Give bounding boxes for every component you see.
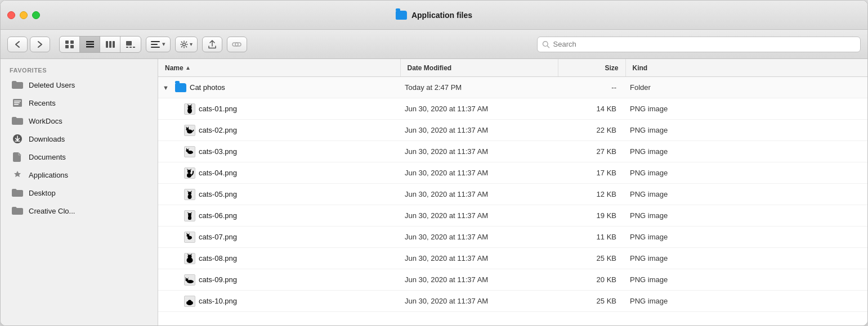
file-row-cats-10[interactable]: cats-10.png Jun 30, 2020 at 11:37 AM 25 … — [158, 291, 867, 312]
file-size: 25 KB — [556, 297, 623, 305]
list-view-button[interactable] — [80, 37, 100, 52]
titlebar-folder-icon — [396, 11, 407, 20]
sidebar-item-desktop[interactable]: Desktop — [3, 184, 155, 202]
file-row-cats-01[interactable]: cats-01.png Jun 30, 2020 at 11:37 AM 14 … — [158, 98, 867, 120]
file-row-cats-08[interactable]: cats-08.png Jun 30, 2020 at 11:37 AM 25 … — [158, 248, 867, 269]
action-dropdown-arrow: ▾ — [190, 41, 193, 47]
svg-marker-61 — [185, 277, 187, 279]
svg-marker-38 — [188, 148, 189, 150]
group-label: ▾ — [162, 40, 165, 48]
file-date: Jun 30, 2020 at 11:37 AM — [398, 254, 556, 262]
action-button[interactable]: ▾ — [175, 37, 198, 52]
back-button[interactable] — [7, 37, 28, 52]
svg-rect-6 — [86, 46, 94, 48]
file-kind: PNG image — [623, 297, 867, 305]
sidebar-label-creative-clo: Creative Clo... — [29, 207, 75, 215]
file-row-cats-07[interactable]: cats-07.png Jun 30, 2020 at 11:37 AM 11 … — [158, 227, 867, 248]
svg-rect-8 — [109, 41, 111, 48]
file-size: 11 KB — [556, 233, 623, 241]
file-kind: PNG image — [623, 233, 867, 241]
recents-icon — [12, 97, 23, 108]
group-button[interactable]: ▾ — [146, 37, 171, 52]
sidebar-item-applications[interactable]: Applications — [3, 166, 155, 184]
gallery-view-button[interactable] — [120, 37, 141, 52]
file-row-cat-photos-folder[interactable]: ▼ Cat photos Today at 2:47 PM -- Folder — [158, 77, 867, 98]
sidebar-label-workdocs: WorkDocs — [29, 117, 62, 125]
sidebar-item-creative-clo[interactable]: Creative Clo... — [3, 202, 155, 220]
file-row-cats-04[interactable]: cats-04.png Jun 30, 2020 at 11:37 AM 17 … — [158, 162, 867, 184]
file-name-cell: cats-05.png — [158, 189, 398, 200]
file-name: cats-09.png — [199, 275, 237, 284]
search-input[interactable] — [553, 40, 856, 48]
sidebar-item-documents[interactable]: Documents — [3, 148, 155, 166]
folder-name-cell: ▼ Cat photos — [158, 83, 398, 92]
svg-rect-24 — [14, 104, 19, 105]
folder-size: -- — [556, 83, 623, 92]
file-kind: PNG image — [623, 190, 867, 198]
file-name: cats-08.png — [199, 254, 237, 262]
sidebar-item-workdocs[interactable]: WorkDocs — [3, 112, 155, 130]
file-date: Jun 30, 2020 at 11:37 AM — [398, 275, 556, 284]
file-row-cats-09[interactable]: cats-09.png Jun 30, 2020 at 11:37 AM 20 … — [158, 269, 867, 291]
gallery-icon — [126, 41, 135, 48]
svg-rect-0 — [65, 40, 69, 44]
svg-point-31 — [186, 128, 189, 130]
svg-rect-7 — [106, 41, 108, 48]
svg-rect-2 — [65, 45, 69, 48]
desktop-folder-icon — [12, 187, 23, 198]
sort-asc-icon — [186, 66, 190, 70]
svg-marker-46 — [190, 191, 192, 192]
column-view-button[interactable] — [100, 37, 120, 52]
minimize-button[interactable] — [20, 11, 28, 19]
expand-arrow: ▼ — [163, 84, 172, 91]
sidebar: Favorites Deleted Users — [1, 59, 158, 325]
creative-folder-icon — [12, 205, 23, 216]
svg-rect-1 — [70, 40, 74, 44]
forward-button[interactable] — [30, 37, 50, 52]
file-date: Jun 30, 2020 at 11:37 AM — [398, 190, 556, 198]
window-title: Application files — [411, 11, 472, 20]
search-box[interactable] — [537, 37, 861, 52]
svg-rect-10 — [126, 41, 132, 46]
maximize-button[interactable] — [32, 11, 40, 19]
file-name-cell: cats-02.png — [158, 125, 398, 136]
size-column-header[interactable]: Size — [558, 59, 626, 76]
svg-point-27 — [188, 105, 192, 109]
sidebar-item-recents[interactable]: Recents — [3, 94, 155, 112]
back-icon — [15, 40, 20, 48]
svg-rect-4 — [86, 41, 94, 43]
file-row-cats-03[interactable]: cats-03.png Jun 30, 2020 at 11:37 AM 27 … — [158, 141, 867, 162]
sidebar-item-downloads[interactable]: Downloads — [3, 130, 155, 148]
svg-point-56 — [188, 255, 192, 259]
file-row-cats-05[interactable]: cats-05.png Jun 30, 2020 at 11:37 AM 12 … — [158, 184, 867, 205]
kind-column-header[interactable]: Kind — [626, 59, 868, 76]
name-column-header[interactable]: Name — [158, 59, 401, 76]
file-kind: PNG image — [623, 254, 867, 262]
tag-button[interactable] — [227, 37, 247, 52]
sidebar-item-deleted-users[interactable]: Deleted Users — [3, 76, 155, 94]
file-size: 22 KB — [556, 126, 623, 134]
svg-rect-15 — [151, 44, 158, 45]
grid-icon — [65, 40, 74, 48]
file-list: ▼ Cat photos Today at 2:47 PM -- Folder … — [158, 77, 867, 312]
svg-rect-12 — [129, 47, 132, 48]
file-size: 17 KB — [556, 169, 623, 177]
file-row-cats-06[interactable]: cats-06.png Jun 30, 2020 at 11:37 AM 19 … — [158, 205, 867, 227]
share-button[interactable] — [202, 37, 222, 52]
file-name: cats-05.png — [199, 190, 237, 198]
file-row-cats-02[interactable]: cats-02.png Jun 30, 2020 at 11:37 AM 22 … — [158, 120, 867, 141]
svg-marker-29 — [190, 104, 192, 106]
svg-marker-41 — [187, 169, 189, 170]
file-name-cell: cats-09.png — [158, 274, 398, 286]
applications-icon — [12, 169, 23, 180]
date-column-header[interactable]: Date Modified — [401, 59, 558, 76]
svg-marker-45 — [187, 191, 189, 192]
file-kind: PNG image — [623, 211, 867, 220]
file-thumbnail — [184, 232, 195, 243]
sidebar-label-recents: Recents — [29, 99, 56, 107]
svg-line-34 — [193, 130, 194, 132]
close-button[interactable] — [7, 11, 15, 19]
icon-view-button[interactable] — [60, 37, 80, 52]
file-date: Jun 30, 2020 at 11:37 AM — [398, 297, 556, 305]
file-name: cats-01.png — [199, 105, 237, 113]
